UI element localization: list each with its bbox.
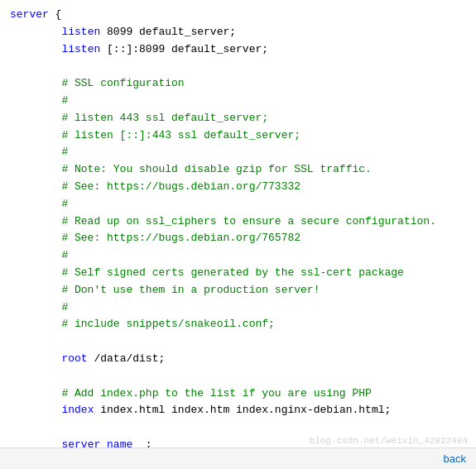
code-line: # listen [::]:443 ssl default_server;: [10, 127, 466, 145]
code-line: index index.html index.htm index.nginx-d…: [10, 402, 466, 419]
code-line: listen [::]:8099 default_server;: [10, 41, 466, 59]
code-line: # Don't use them in a production server!: [10, 282, 466, 299]
code-line: server {: [10, 7, 466, 24]
code-line: #: [10, 196, 466, 213]
code-block: server { listen 8099 default_server; lis…: [10, 7, 466, 469]
code-line: # include snippets/snakeoil.conf;: [10, 316, 466, 333]
code-viewer: server { listen 8099 default_server; lis…: [0, 0, 476, 469]
code-line: #: [10, 93, 466, 110]
code-line: root /data/dist;: [10, 351, 466, 368]
code-line: [10, 419, 466, 437]
code-line: listen 8099 default_server;: [10, 24, 466, 41]
code-line: # listen 443 ssl default_server;: [10, 110, 466, 127]
code-line: # SSL configuration: [10, 75, 466, 93]
code-line: [10, 368, 466, 385]
code-line: [10, 58, 466, 75]
code-line: #: [10, 144, 466, 161]
code-line: # See: https://bugs.debian.org/773332: [10, 179, 466, 196]
code-line: # Self signed certs generated by the ssl…: [10, 265, 466, 282]
code-line: # See: https://bugs.debian.org/765782: [10, 230, 466, 247]
code-line: #: [10, 247, 466, 265]
code-line: # Note: You should disable gzip for SSL …: [10, 161, 466, 179]
back-button[interactable]: back: [444, 452, 466, 465]
code-line: # Add index.php to the list if you are u…: [10, 385, 466, 403]
code-line: [10, 333, 466, 351]
code-line: #: [10, 299, 466, 317]
watermark: blog.csdn.net/weixin_42822484: [310, 436, 468, 446]
bottom-bar: back: [0, 447, 476, 469]
code-line: # Read up on ssl_ciphers to ensure a sec…: [10, 213, 466, 231]
